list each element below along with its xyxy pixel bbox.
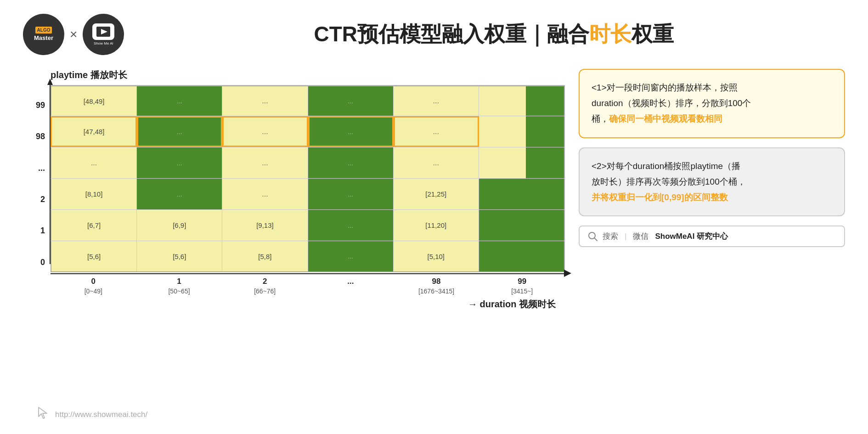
- svg-marker-4: [39, 407, 47, 418]
- x-tick-0: 0 [0~49]: [51, 276, 136, 296]
- y-tick-98: 98: [36, 132, 45, 141]
- grid-cell: ...: [137, 179, 222, 209]
- algo-text: ALGO: [35, 27, 52, 34]
- footer: http://www.showmeai.tech/: [37, 406, 147, 423]
- showme-logo-screen: [96, 27, 110, 37]
- title-part2: 权重: [631, 22, 674, 46]
- page-title: CTR预估模型融入权重｜融合时长权重: [142, 20, 845, 49]
- grid-cell: ...: [222, 147, 308, 178]
- grid-cell: ...: [308, 210, 394, 241]
- search-divider: |: [625, 232, 626, 241]
- grid-cell: [479, 210, 565, 241]
- grid-cell: ...: [394, 85, 479, 116]
- x-tick-1: 1 [50~65]: [136, 276, 222, 296]
- main-content: playtime 播放时长 99 98 ... 2 1 0 [48,49]: [23, 69, 845, 310]
- logo-group: ALGO Master × Show Me AI: [23, 14, 124, 55]
- title-highlight: 时长: [589, 22, 631, 46]
- y-axis-label: playtime 播放时长: [51, 69, 565, 81]
- y-axis-arrow: [47, 79, 53, 85]
- table-row: [6,7] [6,9] [9,13] ... [11,20]: [51, 210, 565, 241]
- grid-cell: ...: [222, 116, 308, 147]
- grid-cell: ...: [137, 85, 222, 116]
- x-separator: ×: [70, 27, 77, 42]
- right-panel: <1>对一段时间窗内的播放样本，按照 duration（视频时长）排序，分散到1…: [579, 69, 845, 247]
- grid-cell: ...: [137, 116, 222, 147]
- grid-cell: [479, 147, 565, 178]
- grid-cell: [21,25]: [394, 179, 479, 209]
- grid-cell: ...: [308, 147, 394, 178]
- search-icon: [588, 231, 598, 242]
- y-axis: 99 98 ... 2 1 0: [23, 85, 51, 278]
- table-row: [47,48] ... ... ... ...: [51, 116, 565, 147]
- grid-cell: [6,9]: [137, 210, 222, 241]
- x-tick-98: 98 [1676~3415]: [394, 276, 479, 296]
- chart-area: playtime 播放时长 99 98 ... 2 1 0 [48,49]: [23, 69, 565, 310]
- grid-cell: [5,8]: [222, 241, 308, 271]
- grid-cell: [479, 179, 565, 209]
- search-placeholder: 搜索: [603, 231, 618, 242]
- y-tick-99: 99: [36, 101, 45, 109]
- grid-cell: ...: [308, 179, 394, 209]
- showme-logo-inner: [92, 23, 114, 40]
- grid-cell: [9,13]: [222, 210, 308, 241]
- grid-cell: ...: [308, 116, 394, 147]
- y-tick-2: 2: [40, 195, 45, 203]
- page-container: ALGO Master × Show Me AI: [0, 0, 868, 434]
- grid-cell: [5,6]: [137, 241, 222, 271]
- footer-url: http://www.showmeai.tech/: [55, 410, 147, 419]
- y-tick-1: 1: [40, 226, 45, 235]
- grid-cell: [8,10]: [51, 179, 137, 209]
- search-box[interactable]: 搜索 | 微信 ShowMeAI 研究中心: [579, 225, 845, 247]
- x-tick-dots: ...: [308, 276, 394, 296]
- grid-container: [48,49] ... ... ... ... [47,48] ... ...: [51, 85, 565, 310]
- grid-cell: ...: [137, 147, 222, 178]
- table-row: [48,49] ... ... ... ...: [51, 85, 565, 116]
- callout1-text: <1>对一段时间窗内的播放样本，按照 duration（视频时长）排序，分散到1…: [592, 80, 832, 127]
- svg-line-3: [594, 238, 597, 241]
- grid-cell: [6,7]: [51, 210, 137, 241]
- callout1-highlight: 确保同一桶中视频观看数相同: [609, 114, 722, 124]
- grid-cell: [11,20]: [394, 210, 479, 241]
- grid-cell: [5,10]: [394, 241, 479, 271]
- x-axis-line: [51, 273, 565, 274]
- grid-cell: [479, 85, 565, 116]
- callout-box-1: <1>对一段时间窗内的播放样本，按照 duration（视频时长）排序，分散到1…: [579, 69, 845, 138]
- grid-cell: ...: [222, 179, 308, 209]
- grid-cell: ...: [222, 85, 308, 116]
- table-row: ... ... ... ... ...: [51, 147, 565, 179]
- x-tick-labels: 0 [0~49] 1 [50~65] 2 [66~76]: [51, 276, 565, 296]
- callout2-highlight: 并将权重归一化到[0,99]的区间整数: [592, 192, 728, 202]
- grid-cell: [479, 116, 565, 147]
- x-axis-arrow: [564, 270, 571, 277]
- chart-wrapper: 99 98 ... 2 1 0 [48,49] ... ...: [23, 85, 565, 310]
- x-axis-duration-label: → duration 视频时长: [51, 298, 565, 310]
- grid-cell: ...: [308, 85, 394, 116]
- grid-cell: [5,6]: [51, 241, 137, 271]
- table-row: [8,10] ... ... ... [21,25]: [51, 179, 565, 210]
- grid-cell: ...: [394, 147, 479, 178]
- table-row: [5,6] [5,6] [5,8] ... [5,10]: [51, 241, 565, 272]
- callout-box-2: <2>对每个duration桶按照playtime（播 放时长）排序再次等频分散…: [579, 147, 845, 217]
- showme-logo-text: Show Me AI: [94, 42, 113, 46]
- y-tick-dots: ...: [38, 164, 45, 172]
- search-label: 微信: [633, 231, 648, 242]
- search-brand: ShowMeAI 研究中心: [655, 231, 728, 242]
- grid-cell: [48,49]: [51, 85, 137, 116]
- y-tick-0: 0: [40, 258, 45, 266]
- header: ALGO Master × Show Me AI: [23, 14, 845, 55]
- x-tick-2: 2 [66~76]: [222, 276, 308, 296]
- master-text: Master: [34, 34, 53, 42]
- grid-cell: ...: [51, 147, 137, 178]
- footer-cursor-icon: [37, 406, 50, 423]
- callout2-text: <2>对每个duration桶按照playtime（播 放时长）排序再次等频分散…: [592, 158, 832, 206]
- x-axis-area: 0 [0~49] 1 [50~65] 2 [66~76]: [51, 273, 565, 296]
- showme-logo: Show Me AI: [83, 14, 124, 55]
- algo-master-logo: ALGO Master: [23, 14, 64, 55]
- title-part1: CTR预估模型融入权重｜融合: [314, 22, 589, 46]
- x-tick-99: 99 [3415~]: [479, 276, 565, 296]
- grid-cell: [479, 241, 565, 271]
- grid-cell: [47,48]: [51, 116, 137, 147]
- grid-cell: ...: [394, 116, 479, 147]
- grid-cell: ...: [308, 241, 394, 271]
